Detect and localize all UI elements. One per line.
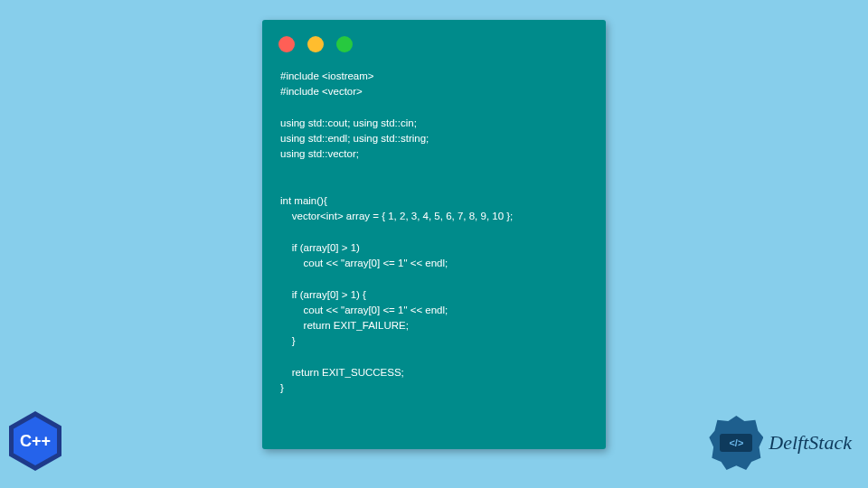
code-line: #include <iostream>	[280, 70, 374, 81]
minimize-icon	[307, 36, 324, 52]
code-line: int main(){	[280, 195, 327, 206]
code-line: cout << "array[0] <= 1" << endl;	[280, 305, 448, 315]
code-line: return EXIT_SUCCESS;	[280, 367, 404, 378]
code-line: if (array[0] > 1)	[280, 242, 360, 253]
code-line: cout << "array[0] <= 1" << endl;	[280, 258, 448, 268]
code-brackets-icon: </>	[720, 434, 752, 452]
code-line: }	[280, 382, 284, 393]
cpp-label: C++	[14, 417, 57, 465]
code-window: #include <iostream> #include <vector> us…	[262, 20, 606, 449]
badge-icon: </>	[709, 416, 763, 470]
delftstack-icon: </>	[709, 416, 763, 470]
window-controls	[262, 20, 606, 61]
maximize-icon	[336, 36, 353, 52]
code-line: if (array[0] > 1) {	[280, 289, 366, 300]
delftstack-text: DelftStack	[769, 431, 852, 455]
code-line: }	[280, 335, 296, 346]
code-line: #include <vector>	[280, 86, 363, 97]
code-line: return EXIT_FAILURE;	[280, 320, 409, 331]
code-line: using std::endl; using std::string;	[280, 133, 429, 144]
delftstack-logo: </> DelftStack	[709, 416, 852, 470]
code-line: vector<int> array = { 1, 2, 3, 4, 5, 6, …	[280, 211, 513, 221]
hexagon-icon: C++	[9, 411, 61, 471]
code-line: using std::cout; using std::cin;	[280, 117, 417, 128]
close-icon	[278, 36, 295, 52]
code-content: #include <iostream> #include <vector> us…	[262, 61, 606, 403]
cpp-logo: C++	[9, 411, 65, 474]
code-line: using std::vector;	[280, 148, 359, 159]
